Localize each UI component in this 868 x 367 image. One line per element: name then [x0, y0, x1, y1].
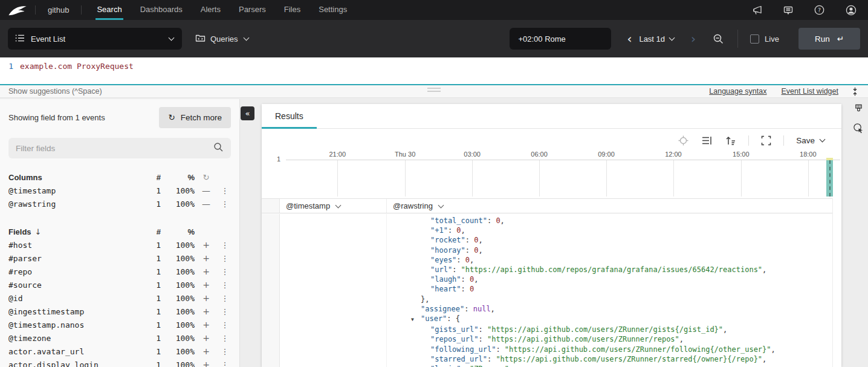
run-button[interactable]: Run ↵ — [798, 28, 860, 50]
nav-item-settings[interactable]: Settings — [309, 0, 356, 20]
row-menu-icon[interactable]: ⋮ — [218, 241, 232, 250]
row-menu-icon[interactable]: ⋮ — [218, 334, 232, 343]
field-name: @rawstring — [8, 200, 134, 209]
timezone-selector[interactable]: +02:00 Rome — [510, 28, 611, 50]
tab-results[interactable]: Results — [262, 104, 317, 128]
nav-item-alerts[interactable]: Alerts — [192, 0, 230, 20]
query-text[interactable]: example.com ProxyRequest — [20, 62, 134, 71]
user-avatar-icon[interactable] — [845, 4, 857, 16]
field-name: #host — [8, 241, 134, 250]
event-list-widget-link[interactable]: Event List widget — [782, 87, 839, 96]
time-range-dropdown[interactable]: Last 1d — [639, 34, 675, 44]
add-column-icon[interactable]: + — [195, 333, 218, 343]
rawstring-column-header[interactable]: @rawstring — [387, 199, 832, 213]
columns-rows: @timestamp1100%—⋮@rawstring1100%—⋮ — [0, 184, 239, 210]
field-percent: 100% — [161, 200, 195, 209]
collapse-sidebar-button[interactable]: « — [241, 106, 254, 120]
svg-text:?: ? — [818, 7, 821, 13]
collapse-vertical-icon[interactable] — [850, 86, 860, 97]
json-line: "heart": 0 — [387, 284, 832, 294]
x-tick-label: 12:00 — [665, 151, 682, 158]
wrap-lines-icon[interactable] — [701, 135, 713, 146]
percent-header: % — [161, 227, 195, 236]
add-column-icon[interactable]: + — [195, 307, 218, 316]
zoom-out-icon[interactable] — [713, 33, 724, 45]
language-syntax-link[interactable]: Language syntax — [709, 87, 766, 96]
results-scrollbar[interactable] — [832, 198, 841, 367]
row-menu-icon[interactable]: ⋮ — [218, 307, 232, 316]
filter-fields-box[interactable] — [8, 138, 231, 158]
fields-title: Fields — [8, 227, 31, 236]
live-checkbox[interactable] — [750, 34, 759, 44]
feedback-icon[interactable] — [783, 5, 794, 16]
fetch-more-button[interactable]: ↻ Fetch more — [159, 107, 231, 128]
query-editor[interactable]: 1 example.com ProxyRequest — [0, 57, 868, 85]
json-line: "following_url": "https://api.github.com… — [387, 345, 832, 354]
row-menu-icon[interactable]: ⋮ — [218, 294, 232, 303]
histogram-bar[interactable] — [826, 158, 833, 196]
save-label: Save — [796, 136, 815, 145]
row-menu-icon[interactable]: ⋮ — [218, 200, 232, 209]
field-row[interactable]: @timestamp.nanos1100%+⋮ — [0, 318, 239, 331]
falcon-logo[interactable] — [0, 4, 35, 17]
row-menu-icon[interactable]: ⋮ — [218, 320, 232, 330]
timestamp-column-header[interactable]: @timestamp — [280, 199, 387, 213]
add-column-icon[interactable]: + — [195, 267, 218, 276]
queries-menu[interactable]: Queries — [195, 33, 250, 44]
remove-column-icon[interactable]: — — [195, 199, 218, 209]
field-row[interactable]: #host1100%+⋮ — [0, 238, 239, 252]
live-toggle[interactable]: Live — [750, 34, 779, 44]
field-row[interactable]: #source1100%+⋮ — [0, 278, 239, 291]
field-row[interactable]: @timezone1100%+⋮ — [0, 331, 239, 345]
view-selector-dropdown[interactable]: Event List — [8, 28, 182, 50]
nav-item-parsers[interactable]: Parsers — [230, 0, 275, 20]
field-row[interactable]: @ingesttimestamp1100%+⋮ — [0, 305, 239, 318]
topnav-items: SearchDashboardsAlertsParsersFilesSettin… — [88, 0, 356, 20]
add-column-icon[interactable]: + — [195, 253, 218, 263]
announcements-icon[interactable] — [752, 5, 763, 16]
remove-column-icon[interactable]: — — [195, 186, 218, 195]
add-column-icon[interactable]: + — [195, 320, 218, 330]
row-menu-icon[interactable]: ⋮ — [218, 281, 232, 290]
crosshair-icon[interactable] — [678, 135, 689, 146]
row-menu-icon[interactable]: ⋮ — [218, 254, 232, 263]
nav-item-files[interactable]: Files — [275, 0, 309, 20]
add-column-icon[interactable]: + — [195, 280, 218, 290]
fetch-more-label: Fetch more — [181, 113, 222, 122]
add-column-icon[interactable]: + — [195, 293, 218, 303]
gridline — [472, 160, 473, 196]
nav-item-search[interactable]: Search — [88, 0, 131, 20]
lamp-icon[interactable] — [853, 103, 864, 114]
add-column-icon[interactable]: + — [195, 346, 218, 356]
sync-columns-icon[interactable]: ↻ — [195, 173, 218, 182]
time-back-button[interactable]: ‹ — [620, 31, 639, 46]
add-column-icon[interactable]: + — [195, 240, 218, 250]
field-row[interactable]: actor.avatar_url1100%+⋮ — [0, 345, 239, 358]
filter-fields-input[interactable] — [16, 144, 213, 153]
fullscreen-icon[interactable] — [761, 135, 771, 146]
field-row[interactable]: #parser1100%+⋮ — [0, 252, 239, 265]
row-menu-icon[interactable]: ⋮ — [218, 347, 232, 356]
row-menu-icon[interactable]: ⋮ — [218, 267, 232, 276]
collapse-expander-icon[interactable]: ▼ — [411, 315, 421, 325]
save-dropdown[interactable]: Save — [796, 136, 826, 145]
editor-resize-handle[interactable] — [427, 88, 441, 94]
inspect-click-icon[interactable] — [853, 123, 864, 134]
sort-order-icon[interactable] — [725, 135, 736, 146]
sort-descending-icon[interactable]: ↓ — [35, 227, 42, 236]
field-row[interactable]: @rawstring1100%—⋮ — [0, 197, 239, 210]
field-row[interactable]: @id1100%+⋮ — [0, 291, 239, 305]
time-forward-button[interactable]: › — [684, 31, 703, 46]
results-table-header: @timestamp @rawstring — [262, 198, 832, 213]
field-row[interactable]: @timestamp1100%—⋮ — [0, 184, 239, 197]
timestamp-cell — [280, 214, 387, 367]
row-menu-icon[interactable]: ⋮ — [218, 186, 232, 195]
repository-name[interactable]: github — [36, 5, 81, 15]
field-row[interactable]: #repo1100%+⋮ — [0, 265, 239, 278]
nav-item-dashboards[interactable]: Dashboards — [131, 0, 192, 20]
event-timeline-chart[interactable]: 1 21:00Thu 3003:0006:0009:0012:0015:0018… — [286, 151, 840, 196]
field-row[interactable]: actor.display_login1100%+⋮ — [0, 358, 239, 367]
add-column-icon[interactable]: + — [195, 360, 218, 367]
help-icon[interactable]: ? — [814, 4, 825, 16]
row-menu-icon[interactable]: ⋮ — [218, 360, 232, 367]
